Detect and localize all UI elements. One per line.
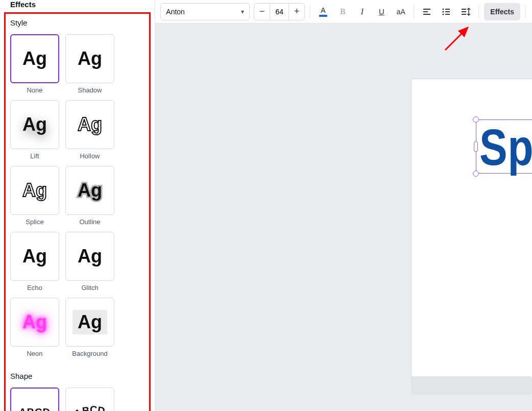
font-size-stepper: − + xyxy=(254,3,305,20)
style-tile-outline[interactable]: Ag xyxy=(65,166,114,215)
style-label-echo: Echo xyxy=(27,284,42,292)
shape-tile-curve[interactable]: ABCD xyxy=(65,388,114,411)
text-case-button[interactable]: aA xyxy=(393,3,408,20)
font-size-decrease-button[interactable]: − xyxy=(254,4,270,20)
style-tile-background[interactable]: Ag xyxy=(65,298,114,347)
shape-section-label: Shape xyxy=(10,372,144,380)
svg-line-14 xyxy=(445,28,468,50)
svg-point-7 xyxy=(443,11,444,12)
style-tile-none[interactable]: Ag xyxy=(10,34,59,83)
style-label-lift: Lift xyxy=(30,152,39,160)
svg-point-9 xyxy=(443,13,444,15)
bold-button[interactable]: B xyxy=(335,3,350,20)
style-label-outline: Outline xyxy=(79,218,100,226)
effects-button[interactable]: Effects xyxy=(484,3,520,20)
chevron-down-icon: ▾ xyxy=(241,8,244,15)
svg-point-5 xyxy=(443,8,444,10)
style-label-neon: Neon xyxy=(27,350,42,357)
shape-grid: ABCD None ABCD Curve xyxy=(10,388,144,411)
style-label-shadow: Shadow xyxy=(78,86,102,94)
text-color-icon: A xyxy=(318,6,329,17)
canvas[interactable]: Spreads xyxy=(155,23,532,411)
text-element-selection[interactable]: Spreads xyxy=(476,119,532,174)
effects-panel: Effects Style Ag None Ag Shadow Ag Lift xyxy=(0,0,155,411)
style-tile-glitch[interactable]: Ag xyxy=(65,232,114,281)
resize-handle-mid-left[interactable] xyxy=(474,141,478,152)
style-label-background: Background xyxy=(72,350,107,357)
style-grid: Ag None Ag Shadow Ag Lift Ag Hollow xyxy=(10,34,144,357)
list-button[interactable] xyxy=(439,3,454,20)
shape-tile-none[interactable]: ABCD xyxy=(10,388,59,411)
font-size-input[interactable] xyxy=(270,4,289,20)
svg-text:A: A xyxy=(321,6,326,14)
style-tile-shadow[interactable]: Ag xyxy=(65,34,114,83)
page-footer-bar xyxy=(411,376,532,395)
panel-title: Effects xyxy=(0,0,155,9)
divider xyxy=(414,5,414,18)
resize-handle-top-left[interactable] xyxy=(473,116,479,123)
font-size-increase-button[interactable]: + xyxy=(289,4,304,20)
text-color-button[interactable]: A xyxy=(316,3,331,20)
style-tile-neon[interactable]: Ag xyxy=(10,298,59,347)
style-label-splice: Splice xyxy=(26,218,43,226)
align-left-icon xyxy=(422,7,431,16)
style-section-label: Style xyxy=(10,18,144,27)
font-family-value: Anton xyxy=(166,8,237,16)
style-label-glitch: Glitch xyxy=(81,284,98,292)
style-tile-lift[interactable]: Ag xyxy=(10,100,59,149)
style-tile-echo[interactable]: Ag xyxy=(10,232,59,281)
italic-button[interactable]: I xyxy=(354,3,370,20)
style-label-hollow: Hollow xyxy=(80,152,100,160)
style-label-none: None xyxy=(27,86,42,94)
underline-button[interactable]: U xyxy=(374,3,389,20)
spacing-button[interactable] xyxy=(458,3,473,20)
text-element-content[interactable]: Spreads xyxy=(479,124,532,170)
svg-rect-1 xyxy=(319,15,327,17)
divider xyxy=(525,5,526,18)
bullet-list-icon xyxy=(442,7,451,16)
spacing-icon xyxy=(461,7,471,16)
annotation-arrow xyxy=(441,23,477,59)
divider xyxy=(310,5,310,18)
style-tile-hollow[interactable]: Ag xyxy=(65,100,114,149)
style-tile-splice[interactable]: Ag xyxy=(10,166,59,215)
text-toolbar: Anton ▾ − + A B I U xyxy=(155,0,532,23)
divider xyxy=(478,5,479,18)
font-family-select[interactable]: Anton ▾ xyxy=(160,3,250,20)
alignment-button[interactable] xyxy=(419,3,434,20)
